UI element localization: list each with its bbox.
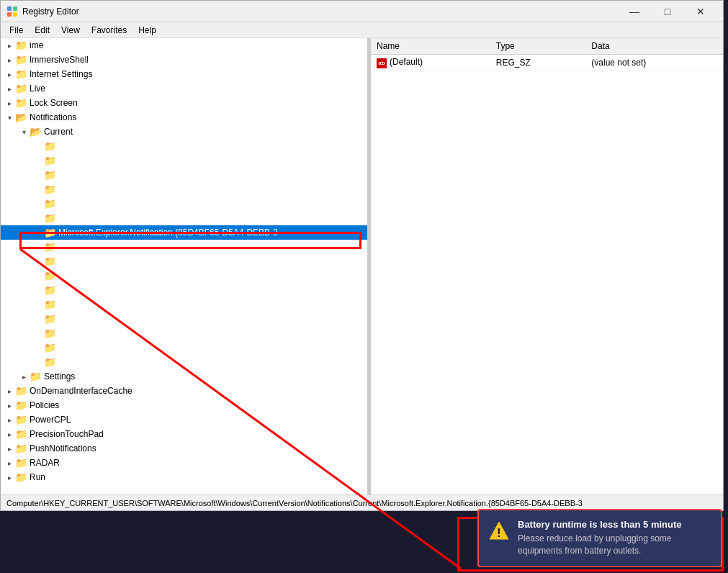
maximize-button[interactable]: □: [651, 1, 684, 22]
expand-icon[interactable]: [32, 241, 44, 253]
expand-icon[interactable]: ▸: [4, 54, 15, 66]
expand-icon[interactable]: [32, 299, 44, 310]
tree-item[interactable]: 📁: [1, 197, 367, 211]
tree-item[interactable]: 📁: [1, 283, 367, 297]
folder-icon: 📁: [44, 198, 56, 209]
registry-editor-window: Registry Editor — □ ✕ File Edit View Fav…: [0, 0, 724, 511]
tree-item-label: Live: [30, 84, 45, 94]
expand-icon[interactable]: ▸: [32, 227, 44, 238]
expand-icon[interactable]: [32, 198, 44, 209]
tree-item[interactable]: 📁: [1, 240, 367, 254]
tree-item[interactable]: ▸ 📁 Internet Settings: [1, 67, 367, 81]
expand-icon[interactable]: [32, 313, 44, 325]
expand-icon[interactable]: [32, 169, 44, 181]
tree-item[interactable]: ▸ 📁 OnDemandInterfaceCache: [1, 384, 367, 398]
tree-item[interactable]: ▸ 📁 Lock Screen: [1, 96, 367, 110]
expand-icon[interactable]: [32, 270, 44, 281]
tree-item[interactable]: 📁: [1, 269, 367, 283]
registry-content[interactable]: Name Type Data ab(Default) REG_SZ (value…: [371, 38, 723, 495]
folder-icon: 📁: [44, 256, 56, 267]
tree-item[interactable]: ▸ 📁 PowerCPL: [1, 412, 367, 427]
expand-icon[interactable]: ▸: [4, 40, 15, 51]
close-button[interactable]: ✕: [684, 1, 717, 22]
expand-icon[interactable]: [32, 155, 44, 166]
svg-rect-1: [13, 6, 17, 11]
minimize-button[interactable]: —: [618, 1, 651, 22]
tree-item[interactable]: ▸ 📁 Run: [1, 470, 367, 484]
tree-item[interactable]: 📁: [1, 297, 367, 312]
tree-item[interactable]: 📁: [1, 312, 367, 326]
tree-item[interactable]: 📁: [1, 326, 367, 340]
menu-edit[interactable]: Edit: [29, 24, 55, 37]
reg-type-icon: ab: [377, 58, 387, 68]
folder-icon: 📁: [15, 68, 27, 80]
expand-icon[interactable]: [32, 140, 44, 152]
folder-icon: 📁: [44, 140, 56, 152]
menu-file[interactable]: File: [4, 24, 29, 37]
tree-item-label: Policies: [30, 400, 59, 410]
expand-icon[interactable]: ▸: [4, 385, 15, 397]
expand-icon[interactable]: ▸: [4, 472, 15, 483]
folder-icon: 📁: [15, 83, 27, 94]
tree-scroll[interactable]: ▸ 📁 ime ▸ 📁 ImmersiveShell ▸ 📁 Internet …: [1, 38, 367, 495]
expand-icon[interactable]: ▸: [4, 428, 15, 440]
tree-item-label: Microsoft.Explorer.Notification.{85D4BF6…: [58, 227, 278, 238]
expand-icon[interactable]: [32, 342, 44, 353]
tree-item[interactable]: ▸ 📁 Microsoft.Explorer.Notification.{85D…: [1, 225, 367, 240]
tree-item-label: PushNotifications: [30, 443, 96, 454]
folder-icon: 📁: [15, 443, 27, 454]
expand-icon[interactable]: [32, 256, 44, 267]
tree-item[interactable]: 📁: [1, 254, 367, 269]
tree-item[interactable]: 📁: [1, 153, 367, 168]
expand-icon[interactable]: ▸: [4, 443, 15, 454]
tree-item[interactable]: 📁: [1, 340, 367, 355]
expand-icon[interactable]: ▸: [4, 83, 15, 94]
battery-text-content: Battery runtime is less than 5 minute Pl…: [518, 519, 711, 557]
folder-icon: 📁: [44, 342, 56, 353]
tree-item[interactable]: 📁: [1, 355, 367, 369]
window-controls: — □ ✕: [618, 1, 717, 22]
expand-icon[interactable]: ▾: [18, 126, 30, 137]
menu-view[interactable]: View: [55, 24, 86, 37]
menu-favorites[interactable]: Favorites: [86, 24, 132, 37]
expand-icon[interactable]: ▸: [18, 371, 30, 382]
expand-icon[interactable]: ▸: [4, 68, 15, 80]
tree-item[interactable]: ▸ 📁 RADAR: [1, 456, 367, 470]
tree-item[interactable]: ▾ 📂 Current: [1, 125, 367, 139]
table-row[interactable]: ab(Default) REG_SZ (value not set): [371, 55, 723, 71]
tree-item-label: Run: [30, 472, 45, 482]
folder-icon: 📂: [30, 126, 42, 137]
tree-item-label: ime: [30, 40, 43, 50]
svg-rect-0: [7, 6, 12, 11]
expand-icon[interactable]: [32, 212, 44, 224]
tree-item-label: RADAR: [30, 458, 60, 468]
expand-icon[interactable]: [32, 184, 44, 195]
tree-item[interactable]: ▸ 📁 Policies: [1, 398, 367, 412]
expand-icon[interactable]: ▸: [4, 414, 15, 425]
reg-name-cell: ab(Default): [371, 55, 490, 71]
tree-item[interactable]: ▾ 📂 Notifications: [1, 110, 367, 125]
tree-item[interactable]: 📁: [1, 139, 367, 153]
expand-icon[interactable]: [32, 328, 44, 339]
tree-item[interactable]: ▸ 📁 PrecisionTouchPad: [1, 427, 367, 441]
folder-icon: 📁: [44, 356, 56, 368]
tree-item[interactable]: ▸ 📁 PushNotifications: [1, 441, 367, 456]
tree-item[interactable]: ▸ 📁 ImmersiveShell: [1, 53, 367, 67]
status-bar: Computer\HKEY_CURRENT_USER\SOFTWARE\Micr…: [1, 495, 723, 510]
menu-help[interactable]: Help: [132, 24, 162, 37]
tree-item[interactable]: 📁: [1, 182, 367, 197]
expand-icon[interactable]: ▸: [4, 400, 15, 411]
expand-icon[interactable]: [32, 284, 44, 296]
expand-icon[interactable]: ▸: [4, 457, 15, 469]
tree-item[interactable]: ▸ 📁 Live: [1, 81, 367, 96]
right-pane: Name Type Data ab(Default) REG_SZ (value…: [371, 38, 723, 495]
expand-icon[interactable]: ▸: [4, 97, 15, 109]
tree-item[interactable]: ▸ 📁 ime: [1, 38, 367, 53]
main-area: ▸ 📁 ime ▸ 📁 ImmersiveShell ▸ 📁 Internet …: [1, 38, 723, 495]
col-name: Name: [371, 38, 490, 55]
tree-item[interactable]: 📁: [1, 168, 367, 182]
tree-item[interactable]: 📁: [1, 211, 367, 225]
tree-item[interactable]: ▸ 📁 Settings: [1, 369, 367, 384]
expand-icon[interactable]: ▾: [4, 112, 15, 123]
expand-icon[interactable]: [32, 356, 44, 368]
